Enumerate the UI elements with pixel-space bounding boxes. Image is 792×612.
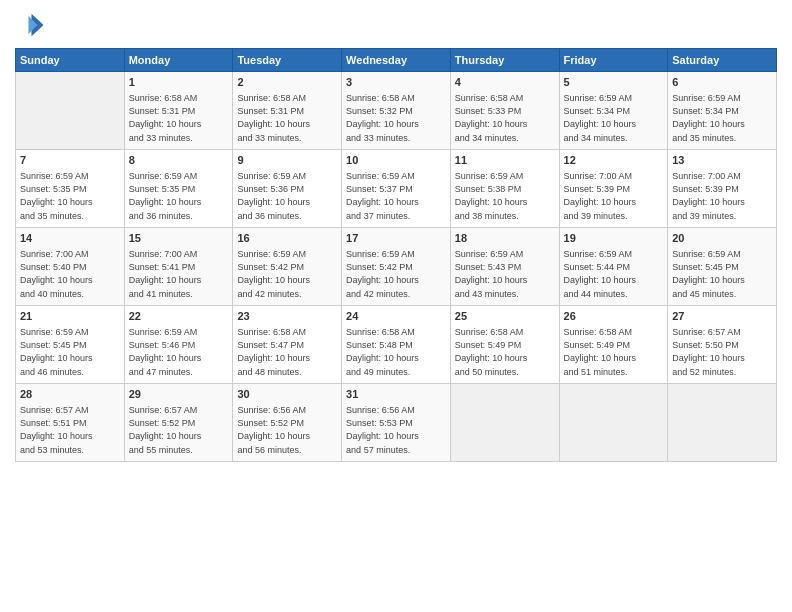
weekday-header-wednesday: Wednesday: [342, 49, 451, 72]
logo: [15, 10, 49, 40]
calendar-cell: 5Sunrise: 6:59 AM Sunset: 5:34 PM Daylig…: [559, 72, 668, 150]
calendar-cell: [668, 384, 777, 462]
calendar-cell: [559, 384, 668, 462]
calendar-cell: 8Sunrise: 6:59 AM Sunset: 5:35 PM Daylig…: [124, 150, 233, 228]
day-info: Sunrise: 6:59 AM Sunset: 5:46 PM Dayligh…: [129, 326, 229, 378]
day-number: 2: [237, 75, 337, 90]
day-number: 10: [346, 153, 446, 168]
calendar-cell: 2Sunrise: 6:58 AM Sunset: 5:31 PM Daylig…: [233, 72, 342, 150]
day-info: Sunrise: 6:59 AM Sunset: 5:42 PM Dayligh…: [346, 248, 446, 300]
calendar-cell: 15Sunrise: 7:00 AM Sunset: 5:41 PM Dayli…: [124, 228, 233, 306]
day-number: 7: [20, 153, 120, 168]
calendar-week-row: 14Sunrise: 7:00 AM Sunset: 5:40 PM Dayli…: [16, 228, 777, 306]
day-number: 3: [346, 75, 446, 90]
calendar-cell: 29Sunrise: 6:57 AM Sunset: 5:52 PM Dayli…: [124, 384, 233, 462]
calendar-cell: 27Sunrise: 6:57 AM Sunset: 5:50 PM Dayli…: [668, 306, 777, 384]
calendar-cell: 3Sunrise: 6:58 AM Sunset: 5:32 PM Daylig…: [342, 72, 451, 150]
day-number: 24: [346, 309, 446, 324]
calendar-cell: 26Sunrise: 6:58 AM Sunset: 5:49 PM Dayli…: [559, 306, 668, 384]
calendar-cell: 18Sunrise: 6:59 AM Sunset: 5:43 PM Dayli…: [450, 228, 559, 306]
day-info: Sunrise: 6:59 AM Sunset: 5:45 PM Dayligh…: [20, 326, 120, 378]
calendar-cell: 12Sunrise: 7:00 AM Sunset: 5:39 PM Dayli…: [559, 150, 668, 228]
day-number: 6: [672, 75, 772, 90]
day-info: Sunrise: 6:59 AM Sunset: 5:35 PM Dayligh…: [20, 170, 120, 222]
day-number: 18: [455, 231, 555, 246]
day-info: Sunrise: 6:56 AM Sunset: 5:53 PM Dayligh…: [346, 404, 446, 456]
calendar-cell: 4Sunrise: 6:58 AM Sunset: 5:33 PM Daylig…: [450, 72, 559, 150]
day-number: 4: [455, 75, 555, 90]
day-info: Sunrise: 6:59 AM Sunset: 5:36 PM Dayligh…: [237, 170, 337, 222]
calendar-cell: 19Sunrise: 6:59 AM Sunset: 5:44 PM Dayli…: [559, 228, 668, 306]
day-number: 14: [20, 231, 120, 246]
day-number: 12: [564, 153, 664, 168]
day-info: Sunrise: 6:57 AM Sunset: 5:50 PM Dayligh…: [672, 326, 772, 378]
calendar-cell: 21Sunrise: 6:59 AM Sunset: 5:45 PM Dayli…: [16, 306, 125, 384]
day-number: 11: [455, 153, 555, 168]
calendar-cell: 7Sunrise: 6:59 AM Sunset: 5:35 PM Daylig…: [16, 150, 125, 228]
day-number: 16: [237, 231, 337, 246]
day-number: 9: [237, 153, 337, 168]
day-info: Sunrise: 6:58 AM Sunset: 5:49 PM Dayligh…: [564, 326, 664, 378]
calendar-cell: 14Sunrise: 7:00 AM Sunset: 5:40 PM Dayli…: [16, 228, 125, 306]
day-info: Sunrise: 6:59 AM Sunset: 5:34 PM Dayligh…: [564, 92, 664, 144]
calendar-cell: 17Sunrise: 6:59 AM Sunset: 5:42 PM Dayli…: [342, 228, 451, 306]
calendar-header-row: SundayMondayTuesdayWednesdayThursdayFrid…: [16, 49, 777, 72]
calendar-cell: 20Sunrise: 6:59 AM Sunset: 5:45 PM Dayli…: [668, 228, 777, 306]
day-info: Sunrise: 7:00 AM Sunset: 5:40 PM Dayligh…: [20, 248, 120, 300]
day-number: 29: [129, 387, 229, 402]
day-number: 30: [237, 387, 337, 402]
day-info: Sunrise: 6:58 AM Sunset: 5:47 PM Dayligh…: [237, 326, 337, 378]
weekday-header-saturday: Saturday: [668, 49, 777, 72]
page-header: [15, 10, 777, 40]
weekday-header-friday: Friday: [559, 49, 668, 72]
day-info: Sunrise: 6:56 AM Sunset: 5:52 PM Dayligh…: [237, 404, 337, 456]
day-info: Sunrise: 6:57 AM Sunset: 5:52 PM Dayligh…: [129, 404, 229, 456]
calendar-cell: [450, 384, 559, 462]
calendar-cell: 30Sunrise: 6:56 AM Sunset: 5:52 PM Dayli…: [233, 384, 342, 462]
calendar-week-row: 1Sunrise: 6:58 AM Sunset: 5:31 PM Daylig…: [16, 72, 777, 150]
day-number: 31: [346, 387, 446, 402]
day-number: 21: [20, 309, 120, 324]
day-info: Sunrise: 6:58 AM Sunset: 5:32 PM Dayligh…: [346, 92, 446, 144]
calendar-cell: 23Sunrise: 6:58 AM Sunset: 5:47 PM Dayli…: [233, 306, 342, 384]
day-number: 19: [564, 231, 664, 246]
day-number: 17: [346, 231, 446, 246]
calendar-week-row: 28Sunrise: 6:57 AM Sunset: 5:51 PM Dayli…: [16, 384, 777, 462]
day-info: Sunrise: 6:59 AM Sunset: 5:35 PM Dayligh…: [129, 170, 229, 222]
day-number: 27: [672, 309, 772, 324]
day-number: 8: [129, 153, 229, 168]
day-info: Sunrise: 6:59 AM Sunset: 5:38 PM Dayligh…: [455, 170, 555, 222]
day-info: Sunrise: 6:59 AM Sunset: 5:45 PM Dayligh…: [672, 248, 772, 300]
day-info: Sunrise: 6:59 AM Sunset: 5:43 PM Dayligh…: [455, 248, 555, 300]
weekday-header-thursday: Thursday: [450, 49, 559, 72]
day-number: 26: [564, 309, 664, 324]
calendar-week-row: 7Sunrise: 6:59 AM Sunset: 5:35 PM Daylig…: [16, 150, 777, 228]
day-number: 22: [129, 309, 229, 324]
day-number: 23: [237, 309, 337, 324]
calendar-cell: 10Sunrise: 6:59 AM Sunset: 5:37 PM Dayli…: [342, 150, 451, 228]
calendar-cell: 1Sunrise: 6:58 AM Sunset: 5:31 PM Daylig…: [124, 72, 233, 150]
day-info: Sunrise: 6:59 AM Sunset: 5:44 PM Dayligh…: [564, 248, 664, 300]
day-info: Sunrise: 6:59 AM Sunset: 5:42 PM Dayligh…: [237, 248, 337, 300]
calendar-cell: 6Sunrise: 6:59 AM Sunset: 5:34 PM Daylig…: [668, 72, 777, 150]
calendar-cell: 16Sunrise: 6:59 AM Sunset: 5:42 PM Dayli…: [233, 228, 342, 306]
calendar-cell: 13Sunrise: 7:00 AM Sunset: 5:39 PM Dayli…: [668, 150, 777, 228]
calendar-cell: [16, 72, 125, 150]
day-number: 28: [20, 387, 120, 402]
day-number: 1: [129, 75, 229, 90]
calendar-table: SundayMondayTuesdayWednesdayThursdayFrid…: [15, 48, 777, 462]
day-info: Sunrise: 7:00 AM Sunset: 5:39 PM Dayligh…: [672, 170, 772, 222]
weekday-header-sunday: Sunday: [16, 49, 125, 72]
calendar-cell: 22Sunrise: 6:59 AM Sunset: 5:46 PM Dayli…: [124, 306, 233, 384]
logo-icon: [15, 10, 45, 40]
day-number: 5: [564, 75, 664, 90]
calendar-body: 1Sunrise: 6:58 AM Sunset: 5:31 PM Daylig…: [16, 72, 777, 462]
calendar-cell: 25Sunrise: 6:58 AM Sunset: 5:49 PM Dayli…: [450, 306, 559, 384]
day-info: Sunrise: 7:00 AM Sunset: 5:41 PM Dayligh…: [129, 248, 229, 300]
day-info: Sunrise: 6:59 AM Sunset: 5:37 PM Dayligh…: [346, 170, 446, 222]
day-info: Sunrise: 6:58 AM Sunset: 5:31 PM Dayligh…: [237, 92, 337, 144]
day-number: 15: [129, 231, 229, 246]
day-number: 13: [672, 153, 772, 168]
day-info: Sunrise: 6:58 AM Sunset: 5:33 PM Dayligh…: [455, 92, 555, 144]
day-info: Sunrise: 6:59 AM Sunset: 5:34 PM Dayligh…: [672, 92, 772, 144]
